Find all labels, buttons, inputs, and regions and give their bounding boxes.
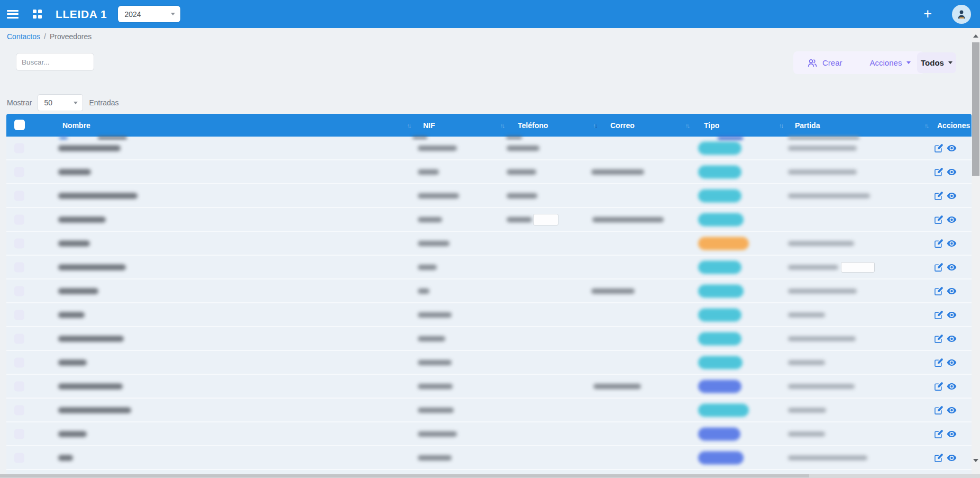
actions-dropdown-button[interactable]: Acciones: [870, 58, 911, 67]
search-input[interactable]: [16, 53, 94, 71]
redacted-nif: [418, 408, 454, 413]
redacted-nombre: [58, 264, 126, 270]
eye-icon[interactable]: [947, 167, 957, 177]
row-checkbox[interactable]: [14, 286, 24, 296]
horizontal-scrollbar[interactable]: [0, 474, 980, 478]
eye-icon[interactable]: [947, 191, 957, 201]
redacted-nombre: [58, 383, 123, 389]
redacted-partida: [788, 312, 825, 317]
filter-button-label: Todos: [921, 58, 944, 67]
row-checkbox[interactable]: [14, 167, 24, 177]
edit-icon[interactable]: [934, 405, 944, 415]
column-header-tipo[interactable]: Tipo: [704, 121, 719, 130]
filter-dropdown-button[interactable]: Todos: [917, 52, 956, 73]
year-select-value: 2024: [124, 10, 141, 19]
edit-icon[interactable]: [934, 334, 944, 344]
sort-icon-telefono[interactable]: ↑↓: [593, 122, 597, 129]
edit-icon[interactable]: [934, 191, 944, 201]
breadcrumb-current: Proveedores: [50, 32, 91, 41]
eye-icon[interactable]: [947, 143, 957, 153]
redacted-correo: [591, 169, 644, 175]
sort-icon-correo[interactable]: ↑↓: [685, 122, 689, 129]
hamburger-menu-icon[interactable]: [7, 10, 19, 19]
row-checkbox[interactable]: [14, 429, 24, 439]
edit-icon[interactable]: [934, 358, 944, 367]
entries-label: Entradas: [89, 98, 118, 107]
eye-icon[interactable]: [947, 381, 957, 391]
eye-icon[interactable]: [947, 262, 957, 272]
edit-icon[interactable]: [934, 215, 944, 224]
breadcrumb-link-contactos[interactable]: Contactos: [7, 32, 40, 41]
sort-icon-nif[interactable]: ↑↓: [500, 122, 504, 129]
eye-icon[interactable]: [947, 357, 957, 367]
row-checkbox[interactable]: [14, 405, 24, 415]
actions-button-label: Acciones: [870, 58, 902, 67]
scroll-up-arrow-icon[interactable]: [973, 34, 978, 38]
chevron-down-icon: [74, 102, 78, 104]
edit-icon[interactable]: [934, 310, 944, 320]
column-header-partida[interactable]: Partida: [795, 121, 820, 130]
add-button[interactable]: +: [923, 7, 932, 21]
edit-icon[interactable]: [934, 167, 944, 177]
eye-icon[interactable]: [947, 238, 957, 248]
redacted-nif: [418, 288, 429, 294]
row-checkbox[interactable]: [14, 262, 24, 272]
row-checkbox[interactable]: [14, 191, 24, 201]
redacted-nif: [418, 241, 450, 246]
row-checkbox[interactable]: [14, 333, 24, 344]
column-header-nombre[interactable]: Nombre: [62, 121, 90, 130]
eye-icon[interactable]: [947, 453, 957, 463]
edit-icon[interactable]: [934, 429, 944, 439]
redacted-correo: [592, 217, 664, 222]
row-checkbox[interactable]: [14, 214, 24, 224]
chevron-down-icon: [171, 13, 175, 15]
year-select[interactable]: 2024: [118, 6, 180, 22]
redacted-nif: [418, 455, 452, 461]
row-checkbox[interactable]: [14, 238, 24, 248]
edit-icon[interactable]: [934, 286, 944, 296]
column-header-telefono[interactable]: Teléfono: [518, 121, 548, 130]
column-header-nif[interactable]: NIF: [423, 121, 435, 130]
edit-icon[interactable]: [934, 239, 944, 248]
row-checkbox[interactable]: [14, 453, 24, 463]
tipo-badge: [698, 260, 741, 274]
eye-icon[interactable]: [947, 405, 957, 415]
table-row: [6, 232, 972, 256]
edit-icon[interactable]: [934, 263, 944, 272]
users-icon: [807, 58, 818, 68]
horizontal-scrollbar-thumb[interactable]: [0, 474, 809, 477]
eye-icon[interactable]: [947, 310, 957, 320]
tipo-badge: [698, 308, 741, 321]
redacted-nif: [418, 360, 452, 365]
tipo-badge: [698, 403, 749, 417]
create-button-label: Crear: [822, 58, 842, 67]
row-checkbox[interactable]: [14, 310, 24, 320]
sort-icon-partida[interactable]: ↑↓: [924, 122, 928, 129]
select-all-checkbox[interactable]: [14, 120, 25, 130]
row-checkbox[interactable]: [14, 143, 24, 153]
vertical-scrollbar[interactable]: [972, 30, 980, 478]
edit-icon[interactable]: [934, 382, 944, 391]
row-checkbox[interactable]: [14, 381, 24, 391]
eye-icon[interactable]: [947, 286, 957, 296]
eye-icon[interactable]: [947, 333, 957, 344]
tipo-badge: [698, 451, 744, 464]
column-header-acciones[interactable]: Acciones: [937, 121, 970, 130]
page-size-select[interactable]: 50: [38, 94, 83, 111]
sort-icon-tipo[interactable]: ↑↓: [779, 122, 783, 129]
eye-icon[interactable]: [947, 429, 957, 439]
edit-icon[interactable]: [934, 143, 944, 153]
row-checkbox[interactable]: [14, 357, 24, 367]
redacted-nif: [418, 384, 453, 389]
redacted-partida: [788, 146, 857, 150]
redacted-nombre: [58, 336, 124, 341]
sort-icon-nombre[interactable]: ↑↓: [407, 122, 410, 129]
edit-icon[interactable]: [934, 453, 944, 463]
vertical-scrollbar-thumb[interactable]: [972, 42, 979, 176]
user-avatar[interactable]: [952, 5, 971, 24]
eye-icon[interactable]: [947, 214, 957, 224]
scroll-down-arrow-icon[interactable]: [973, 459, 978, 462]
create-button[interactable]: Crear: [807, 58, 842, 68]
column-header-correo[interactable]: Correo: [610, 121, 635, 130]
apps-grid-icon[interactable]: [33, 10, 42, 19]
